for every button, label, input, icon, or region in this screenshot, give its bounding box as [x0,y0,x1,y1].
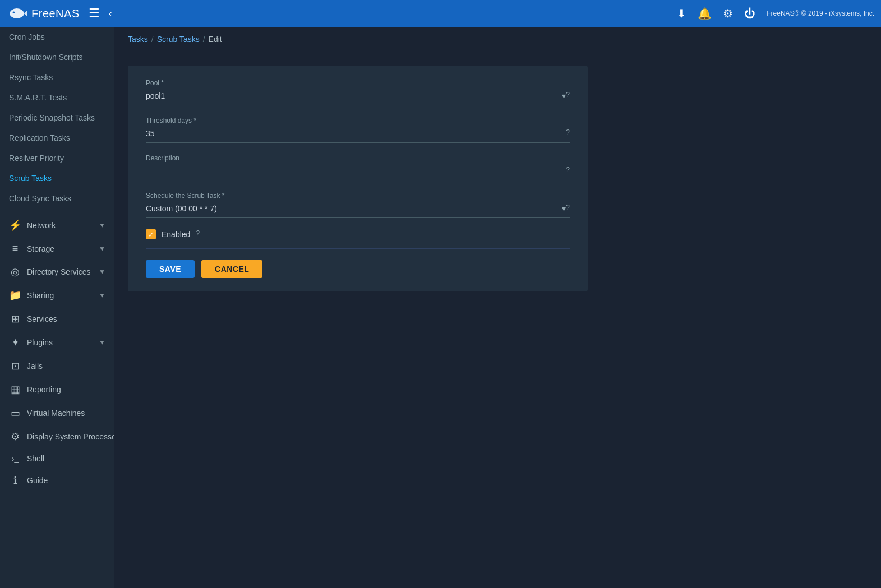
sidebar-label-services: Services [27,314,105,323]
sidebar-item-services[interactable]: ⊞ Services [0,307,114,331]
sidebar-item-rsync-tasks[interactable]: Rsync Tasks [0,67,114,87]
schedule-label: Schedule the Scrub Task * [146,192,570,200]
storage-expand-icon: ▼ [99,245,105,253]
logo: FreeNAS [7,3,80,24]
sidebar-item-smart-tests[interactable]: S.M.A.R.T. Tests [0,87,114,108]
svg-marker-1 [24,10,27,17]
sidebar-label-rsync-tasks: Rsync Tasks [9,73,105,82]
sidebar-label-replication-tasks: Replication Tasks [9,133,105,142]
hamburger-icon[interactable]: ☰ [89,6,100,21]
sharing-expand-icon: ▼ [99,291,105,299]
copyright-text: FreeNAS® © 2019 - iXsystems, Inc. [767,10,874,17]
schedule-select[interactable]: Custom (00 00 * * 7) [146,202,562,215]
sidebar-label-smart-tests: S.M.A.R.T. Tests [9,93,105,102]
breadcrumb-edit: Edit [209,35,222,44]
pool-help-icon[interactable]: ? [566,91,570,99]
pool-select[interactable]: pool1 [146,89,562,103]
cancel-button[interactable]: CANCEL [201,260,262,278]
bell-icon[interactable]: 🔔 [698,7,712,20]
breadcrumb-scrub-tasks[interactable]: Scrub Tasks [157,35,200,44]
shell-icon: ›_ [9,454,21,463]
sidebar-item-resilver-priority[interactable]: Resilver Priority [0,148,114,168]
sidebar-item-periodic-snapshot[interactable]: Periodic Snapshot Tasks [0,108,114,128]
sidebar-item-replication-tasks[interactable]: Replication Tasks [0,128,114,148]
freenas-logo-icon [7,3,27,24]
sidebar-item-directory-services[interactable]: ◎ Directory Services ▼ [0,260,114,284]
sidebar-item-network[interactable]: ⚡ Network ▼ [0,214,114,237]
form-area: Pool * pool1 ▾ ? Threshold days * [114,52,881,588]
power-icon[interactable]: ⏻ [744,7,755,20]
sidebar-item-guide[interactable]: ℹ Guide [0,469,114,492]
threshold-input[interactable] [146,127,566,140]
enabled-row: ✓ Enabled ? [146,229,570,239]
jails-icon: ⊡ [9,360,21,372]
topbar: FreeNAS ☰ ‹ ⬇ 🔔 ⚙ ⏻ FreeNAS® © 2019 - iX… [0,0,881,27]
sidebar-label-scrub-tasks: Scrub Tasks [9,174,105,183]
topbar-right: ⬇ 🔔 ⚙ ⏻ FreeNAS® © 2019 - iXsystems, Inc… [677,7,874,20]
description-label: Description [146,154,570,162]
sidebar-label-cron-jobs: Cron Jobs [9,33,105,41]
display-system-icon: ⚙ [9,430,21,443]
sidebar-item-cron-jobs[interactable]: Cron Jobs [0,27,114,47]
sidebar-item-scrub-tasks[interactable]: Scrub Tasks [0,168,114,188]
enabled-help-icon[interactable]: ? [196,229,200,237]
sidebar-item-virtual-machines[interactable]: ▭ Virtual Machines [0,401,114,425]
network-expand-icon: ▼ [99,221,105,229]
breadcrumb-tasks[interactable]: Tasks [128,35,148,44]
enabled-label: Enabled [162,230,190,239]
enabled-checkbox[interactable]: ✓ [146,229,156,239]
schedule-help-icon[interactable]: ? [566,203,570,211]
form-divider [146,248,570,249]
description-field: Description ? [146,154,570,180]
description-input[interactable] [146,164,566,178]
pool-dropdown-arrow[interactable]: ▾ [562,91,566,100]
sidebar-label-directory-services: Directory Services [27,267,93,276]
sidebar-item-shell[interactable]: ›_ Shell [0,448,114,469]
svg-point-2 [13,11,15,13]
schedule-dropdown-arrow[interactable]: ▾ [562,204,566,213]
sidebar-item-plugins[interactable]: ✦ Plugins ▼ [0,331,114,354]
sidebar-label-shell: Shell [27,454,105,463]
breadcrumb-sep-2: / [203,35,205,44]
main-content: Tasks / Scrub Tasks / Edit Pool * pool1 [114,27,881,588]
sidebar-label-resilver-priority: Resilver Priority [9,154,105,163]
description-input-row: ? [146,164,570,180]
plugins-expand-icon: ▼ [99,339,105,346]
pool-input-row: pool1 ▾ ? [146,89,570,105]
download-icon[interactable]: ⬇ [677,7,686,20]
sidebar-item-cloud-sync[interactable]: Cloud Sync Tasks [0,188,114,209]
sidebar-item-init-shutdown[interactable]: Init/Shutdown Scripts [0,47,114,67]
sidebar-label-jails: Jails [27,362,105,371]
sidebar-item-display-system[interactable]: ⚙ Display System Processes [0,425,114,448]
svg-point-0 [10,8,24,18]
network-icon: ⚡ [9,219,21,232]
sidebar-item-sharing[interactable]: 📁 Sharing ▼ [0,284,114,307]
sidebar-divider-1 [0,211,114,211]
services-icon: ⊞ [9,313,21,325]
virtual-machines-icon: ▭ [9,407,21,419]
back-icon[interactable]: ‹ [109,8,112,20]
threshold-help-icon[interactable]: ? [566,128,570,136]
sidebar-label-sharing: Sharing [27,291,93,300]
sidebar-label-network: Network [27,221,93,230]
schedule-field: Schedule the Scrub Task * Custom (00 00 … [146,192,570,218]
save-button[interactable]: SAVE [146,260,195,278]
threshold-label: Threshold days * [146,117,570,124]
gear-icon[interactable]: ⚙ [723,7,733,20]
sidebar-label-guide: Guide [27,476,105,485]
breadcrumb-sep-1: / [151,35,154,44]
sidebar-label-init-shutdown: Init/Shutdown Scripts [9,53,105,62]
plugins-icon: ✦ [9,336,21,349]
logo-text: FreeNAS [31,7,80,20]
schedule-input-row: Custom (00 00 * * 7) ▾ ? [146,202,570,218]
sidebar-item-reporting[interactable]: ▦ Reporting [0,378,114,401]
description-help-icon[interactable]: ? [566,166,570,174]
directory-services-icon: ◎ [9,266,21,278]
threshold-field: Threshold days * ? [146,117,570,143]
directory-expand-icon: ▼ [99,268,105,276]
storage-icon: ≡ [9,243,21,254]
sidebar-item-jails[interactable]: ⊡ Jails [0,354,114,378]
sidebar-item-storage[interactable]: ≡ Storage ▼ [0,237,114,260]
sidebar-label-plugins: Plugins [27,338,93,347]
sidebar-label-periodic-snapshot: Periodic Snapshot Tasks [9,113,105,122]
